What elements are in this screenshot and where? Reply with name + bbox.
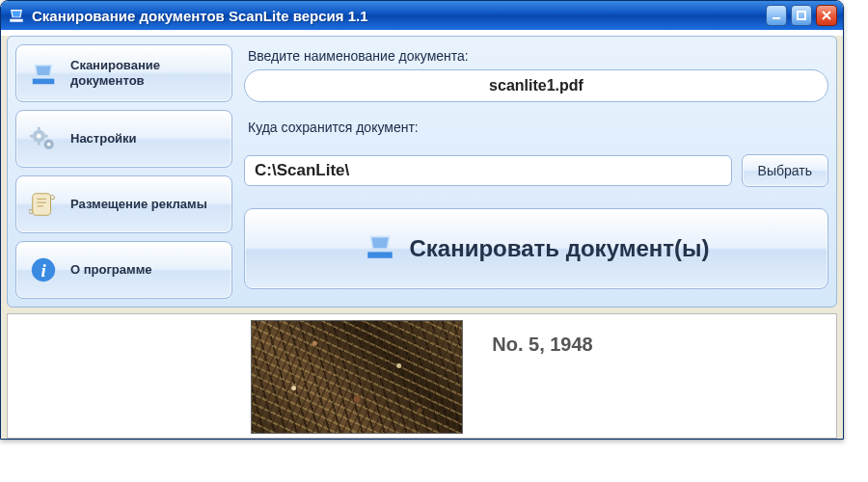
sidebar-item-ads[interactable]: Размещение рекламы [15,175,232,233]
info-icon: i [28,254,59,285]
minimize-button[interactable] [766,5,787,26]
svg-rect-1 [798,12,805,19]
preview-thumbnail[interactable] [251,320,463,434]
svg-rect-5 [38,142,41,146]
sidebar-item-label: Настройки [70,131,220,147]
main-area: Введите наименование документа: Куда сох… [244,44,828,299]
sidebar-item-scan[interactable]: Сканирование документов [15,44,232,102]
scanner-icon [28,58,59,89]
upper-panel: Сканирование документов Настройки Размещ… [7,36,837,308]
sidebar: Сканирование документов Настройки Размещ… [15,44,232,299]
preview-caption: No. 5, 1948 [492,334,593,356]
path-label: Куда сохранится документ: [248,120,825,135]
filename-label: Введите наименование документа: [248,48,825,64]
client-area: Сканирование документов Настройки Размещ… [1,36,843,439]
svg-point-3 [37,134,41,139]
scroll-icon [28,189,59,220]
scanner-icon [364,229,396,268]
sidebar-item-label: Размещение рекламы [70,197,220,212]
preview-panel: No. 5, 1948 [7,313,837,439]
window-title: Сканирование документов ScanLite версия … [32,8,766,24]
scan-button[interactable]: Сканировать документ(ы) [244,208,828,289]
gears-icon [28,123,59,154]
browse-button[interactable]: Выбрать [742,154,828,187]
sidebar-item-about[interactable]: i О программе [15,241,232,299]
sidebar-item-label: О программе [70,262,220,278]
svg-rect-7 [44,135,48,138]
svg-text:i: i [41,260,46,281]
svg-rect-6 [30,135,34,138]
app-icon [7,6,26,25]
maximize-button[interactable] [791,5,812,26]
scan-button-label: Сканировать документ(ы) [410,235,710,262]
svg-point-9 [47,143,51,147]
title-bar[interactable]: Сканирование документов ScanLite версия … [1,1,843,30]
filename-input[interactable] [244,69,828,102]
sidebar-item-settings[interactable]: Настройки [15,110,232,168]
window-controls [766,5,837,26]
close-button[interactable] [816,5,837,26]
path-input[interactable] [244,155,732,186]
sidebar-item-label: Сканирование документов [70,58,220,90]
app-window: Сканирование документов ScanLite версия … [0,0,844,440]
svg-rect-0 [773,17,780,19]
svg-rect-4 [38,127,41,131]
